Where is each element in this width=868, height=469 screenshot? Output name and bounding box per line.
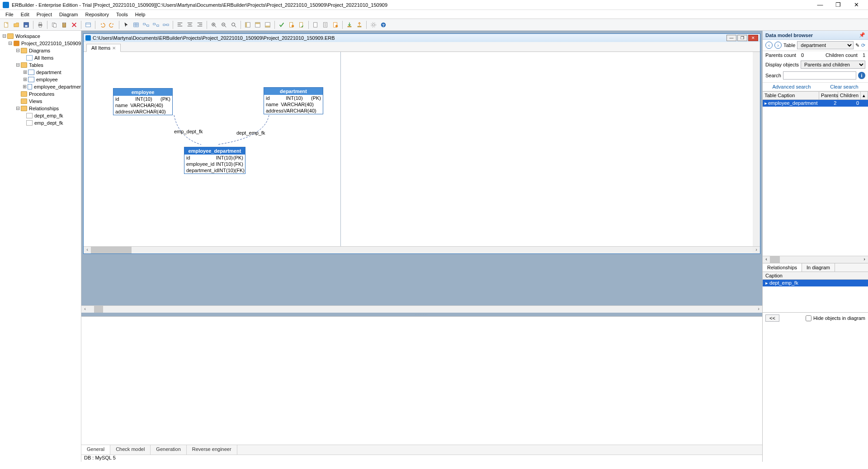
- entity-department[interactable]: department idINT(10)(PK) nameVARCHAR(40)…: [264, 87, 323, 114]
- project-tree[interactable]: ⊟Workspace ⊟Project_20221010_150909 ⊟Dia…: [0, 31, 81, 462]
- menu-tools[interactable]: Tools: [113, 11, 132, 18]
- reltab-relationships[interactable]: Relationships: [763, 263, 802, 272]
- menu-help[interactable]: Help: [132, 11, 149, 18]
- nav-back-icon[interactable]: ‹: [765, 42, 773, 49]
- layout2-icon[interactable]: [253, 20, 262, 29]
- doc3-icon[interactable]: [331, 20, 340, 29]
- redo-icon[interactable]: [108, 20, 117, 29]
- nav-prev-button[interactable]: <<: [765, 314, 779, 322]
- tree-views[interactable]: Views: [29, 98, 42, 104]
- help-icon[interactable]: ?: [379, 20, 388, 29]
- btab-reverse[interactable]: Reverse engineer: [187, 445, 237, 455]
- splitter-grip[interactable]: ........: [81, 313, 762, 315]
- reltab-indiagram[interactable]: In diagram: [802, 263, 835, 272]
- minimize-button[interactable]: —: [811, 0, 829, 9]
- fk-label-empdept[interactable]: emp_dept_fk: [174, 129, 203, 134]
- menu-edit[interactable]: Edit: [17, 11, 33, 18]
- doc-maximize[interactable]: ❐: [737, 35, 747, 41]
- tree-procedures[interactable]: Procedures: [29, 91, 54, 97]
- nav-fwd-icon[interactable]: ›: [774, 42, 782, 49]
- align3-icon[interactable]: [195, 20, 204, 29]
- btab-general[interactable]: General: [81, 445, 110, 455]
- layout3-icon[interactable]: [263, 20, 272, 29]
- paste-icon[interactable]: [60, 20, 69, 29]
- svg-rect-2: [25, 25, 27, 27]
- clear-search-link[interactable]: Clear search: [830, 84, 858, 89]
- import-icon[interactable]: [345, 20, 354, 29]
- info-icon[interactable]: i: [858, 72, 865, 79]
- gen2-icon[interactable]: [297, 20, 306, 29]
- canvas-hscroll[interactable]: ‹›: [84, 246, 760, 253]
- pointer-icon[interactable]: [122, 20, 131, 29]
- btab-generation[interactable]: Generation: [151, 445, 186, 455]
- new-icon[interactable]: [2, 20, 11, 29]
- refresh-icon[interactable]: ⟳: [861, 42, 865, 48]
- tree-tables[interactable]: Tables: [29, 62, 43, 68]
- tab-close-icon[interactable]: ✕: [112, 46, 116, 51]
- tab-allitems[interactable]: All Items✕: [86, 44, 121, 52]
- entity-employee[interactable]: employee idINT(10)(PK) nameVARCHAR(40) a…: [113, 88, 173, 115]
- tree-relationships[interactable]: Relationships: [29, 106, 59, 111]
- grid-hscroll[interactable]: ‹›: [763, 256, 868, 263]
- copy-icon[interactable]: [50, 20, 59, 29]
- layout1-icon[interactable]: [243, 20, 252, 29]
- maximize-button[interactable]: ❐: [829, 0, 847, 9]
- grid-row[interactable]: ▸ employee_department 2 0: [763, 100, 868, 107]
- menu-diagram[interactable]: Diagram: [56, 11, 82, 18]
- diagram-canvas[interactable]: employee idINT(10)(PK) nameVARCHAR(40) a…: [84, 52, 760, 246]
- settings-icon[interactable]: [369, 20, 378, 29]
- relation3-icon[interactable]: [161, 20, 170, 29]
- check-icon[interactable]: [277, 20, 286, 29]
- tree-project[interactable]: Project_20221010_150909: [21, 41, 81, 46]
- align2-icon[interactable]: [185, 20, 194, 29]
- menu-project[interactable]: Project: [33, 11, 56, 18]
- rel-row[interactable]: ▸ dept_emp_fk: [763, 280, 868, 286]
- doc1-icon[interactable]: [311, 20, 320, 29]
- relation1-icon[interactable]: [142, 20, 151, 29]
- pin-icon[interactable]: 📌: [859, 32, 865, 38]
- align1-icon[interactable]: [175, 20, 184, 29]
- edit-icon[interactable]: ✎: [855, 42, 859, 48]
- svg-point-33: [335, 25, 338, 27]
- canvas-vscroll[interactable]: [753, 52, 760, 246]
- relation2-icon[interactable]: [151, 20, 160, 29]
- tree-table-empdept[interactable]: employee_departmer: [34, 84, 81, 89]
- tree-workspace[interactable]: Workspace: [15, 33, 40, 39]
- undo-icon[interactable]: [98, 20, 107, 29]
- search-input[interactable]: [783, 71, 856, 80]
- fk-label-deptemp[interactable]: dept_emp_fk: [236, 130, 265, 136]
- close-button[interactable]: ✕: [847, 0, 865, 9]
- tree-allitems[interactable]: All Items: [34, 55, 53, 61]
- export-icon[interactable]: [355, 20, 364, 29]
- tree-rel-empdept[interactable]: emp_dept_fk: [34, 120, 63, 126]
- svg-point-28: [292, 25, 294, 27]
- gen1-icon[interactable]: [287, 20, 296, 29]
- rel-caption-header[interactable]: Caption: [763, 272, 868, 280]
- zoomin-icon[interactable]: [209, 20, 218, 29]
- table-select[interactable]: department: [797, 41, 854, 49]
- doc2-icon[interactable]: [321, 20, 330, 29]
- display-select[interactable]: Parents and children: [801, 61, 865, 69]
- doc-minimize[interactable]: —: [726, 35, 736, 41]
- zoomfit-icon[interactable]: [229, 20, 238, 29]
- hide-objects-checkbox[interactable]: Hide objects in diagram: [806, 315, 865, 321]
- tree-diagrams[interactable]: Diagrams: [29, 48, 50, 53]
- tree-table-department[interactable]: department: [36, 70, 61, 75]
- advanced-search-link[interactable]: Advanced search: [772, 84, 811, 89]
- open-icon[interactable]: [12, 20, 21, 29]
- newdiagram-icon[interactable]: [84, 20, 93, 29]
- entity-employee-department[interactable]: employee_department idINT(10)(PK) employ…: [184, 147, 245, 174]
- menu-repository[interactable]: Repository: [82, 11, 113, 18]
- print-icon[interactable]: [36, 20, 45, 29]
- btab-check[interactable]: Check model: [110, 445, 151, 455]
- save-icon[interactable]: [22, 20, 31, 29]
- zoomout-icon[interactable]: [219, 20, 228, 29]
- delete-icon[interactable]: [70, 20, 79, 29]
- grid-scroll-up[interactable]: ▴: [861, 92, 868, 99]
- doc-close[interactable]: ✕: [748, 35, 758, 41]
- menu-file[interactable]: File: [2, 11, 17, 18]
- tree-table-employee[interactable]: employee: [36, 77, 58, 82]
- center-hscroll[interactable]: ‹›: [81, 305, 762, 313]
- table-icon[interactable]: [132, 20, 141, 29]
- tree-rel-deptemp[interactable]: dept_emp_fk: [34, 113, 63, 118]
